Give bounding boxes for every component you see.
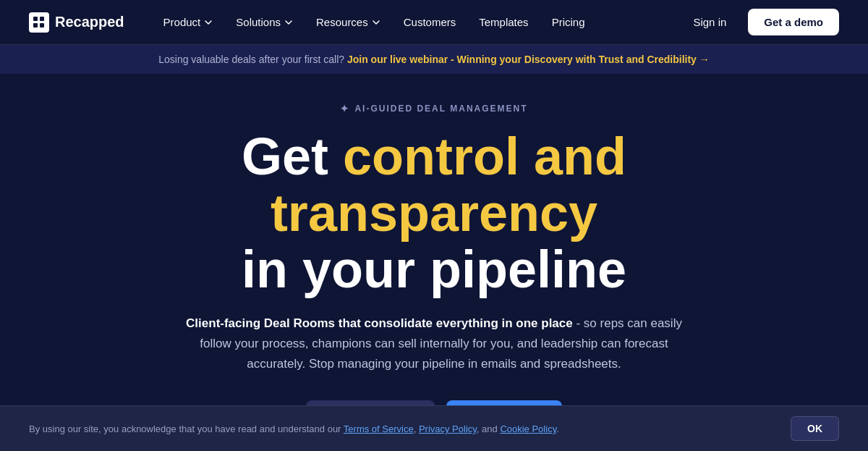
cookie-policy-link[interactable]: Cookie Policy	[500, 423, 556, 434]
sparkle-icon: ✦	[340, 103, 350, 114]
svg-rect-1	[40, 17, 44, 21]
nav-item-resources[interactable]: Resources	[306, 10, 391, 34]
logo-link[interactable]: Recapped	[29, 12, 124, 33]
navbar-actions: Sign in Get a demo	[683, 9, 839, 35]
hero-badge: ✦ AI-GUIDED DEAL MANAGEMENT	[340, 103, 527, 114]
privacy-policy-link[interactable]: Privacy Policy	[419, 423, 477, 434]
announcement-link[interactable]: Join our live webinar - Winning your Dis…	[347, 54, 710, 65]
nav-item-product[interactable]: Product	[153, 10, 224, 34]
cookie-static-text: By using our site, you acknowledge that …	[29, 423, 559, 434]
product-label: Product	[163, 16, 201, 28]
hero-subtitle: Client-facing Deal Rooms that consolidat…	[174, 313, 694, 374]
customers-label: Customers	[404, 16, 456, 28]
hero-title: Get control and transparency in your pip…	[109, 129, 760, 298]
cookie-ok-button[interactable]: OK	[791, 416, 839, 441]
svg-rect-3	[40, 23, 44, 28]
get-demo-button[interactable]: Get a demo	[748, 9, 839, 35]
hero-title-line2: in your pipeline	[242, 240, 626, 298]
resources-chevron-icon	[372, 18, 380, 27]
announcement-banner: Losing valuable deals after your first c…	[0, 45, 868, 74]
product-chevron-icon	[204, 18, 213, 27]
resources-label: Resources	[316, 16, 368, 28]
svg-rect-0	[33, 17, 38, 21]
hero-title-line1: Get	[242, 127, 343, 185]
nav-item-customers[interactable]: Customers	[393, 10, 467, 34]
templates-label: Templates	[479, 16, 528, 28]
solutions-label: Solutions	[236, 16, 281, 28]
cookie-banner: By using our site, you acknowledge that …	[0, 405, 868, 451]
logo-text: Recapped	[55, 14, 124, 30]
pricing-label: Pricing	[552, 16, 585, 28]
solutions-chevron-icon	[284, 18, 293, 27]
cookie-text: By using our site, you acknowledge that …	[29, 422, 559, 435]
nav-item-templates[interactable]: Templates	[469, 10, 538, 34]
navbar-nav: Product Solutions Resources Customers Te…	[153, 10, 684, 34]
sign-in-button[interactable]: Sign in	[683, 10, 736, 34]
svg-rect-2	[33, 23, 38, 28]
nav-item-solutions[interactable]: Solutions	[226, 10, 303, 34]
terms-of-service-link[interactable]: Terms of Service	[344, 423, 414, 434]
hero-section: ✦ AI-GUIDED DEAL MANAGEMENT Get control …	[0, 74, 868, 433]
logo-icon	[29, 12, 49, 33]
navbar: Recapped Product Solutions Resources Cus…	[0, 0, 868, 45]
announcement-static-text: Losing valuable deals after your first c…	[158, 54, 344, 65]
hero-subtitle-bold: Client-facing Deal Rooms that consolidat…	[186, 316, 573, 330]
nav-item-pricing[interactable]: Pricing	[542, 10, 595, 34]
hero-badge-text: AI-GUIDED DEAL MANAGEMENT	[354, 104, 527, 114]
